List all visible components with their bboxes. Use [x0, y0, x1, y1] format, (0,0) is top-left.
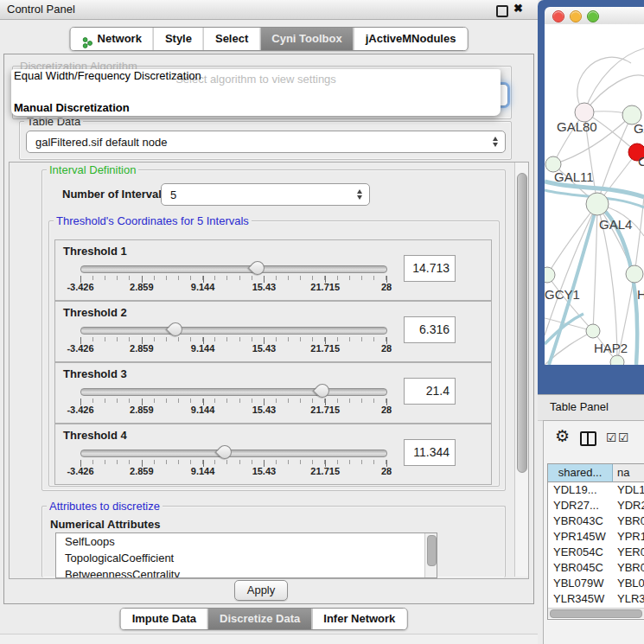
scale-label: 28 — [381, 405, 392, 415]
network-node-label: GAL11 — [554, 169, 594, 184]
list-scrollbar[interactable] — [424, 533, 437, 577]
table-data-combobox[interactable]: galFiltered.sif default node — [26, 131, 506, 153]
tab-cyni-toolbox[interactable]: Cyni Toolbox — [259, 28, 353, 50]
threshold-value-field[interactable]: 11.344 — [404, 439, 456, 466]
network-node-label: GA — [634, 121, 644, 136]
mac-close-button[interactable] — [552, 10, 564, 22]
popup-option-equal-width-frequency-discretization[interactable]: Equal Width/Frequency Discretization — [14, 69, 201, 82]
threshold-box-3: Threshold 3-3.4262.8599.14415.4321.71528… — [54, 362, 492, 424]
attribute-item-selfloops[interactable]: SelfLoops — [56, 533, 437, 550]
popup-option-manual-discretization[interactable]: Manual Discretization — [14, 101, 130, 114]
scale-label: 28 — [381, 343, 392, 354]
combo-arrows-icon[interactable] — [357, 189, 363, 200]
threshold-value-field[interactable]: 6.316 — [404, 316, 456, 343]
network-node[interactable] — [610, 355, 624, 365]
table-cell-name: YBR0 — [613, 513, 644, 529]
tab-select[interactable]: Select — [203, 28, 259, 50]
column-header-name[interactable]: na — [613, 464, 644, 482]
network-node[interactable] — [545, 267, 555, 283]
combo-arrows-icon[interactable] — [493, 137, 499, 147]
horizontal-scrollbar[interactable] — [548, 608, 644, 618]
table-cell-shared-name: YDR27... — [548, 498, 613, 513]
network-node[interactable] — [586, 193, 609, 215]
apply-button[interactable]: Apply — [234, 580, 288, 601]
checkbox-icon[interactable]: ☑ — [618, 430, 629, 444]
slider-track[interactable] — [80, 450, 387, 457]
slider-knob[interactable] — [247, 258, 267, 278]
discretization-algorithm-label: Discretization Algorithm — [17, 60, 140, 69]
slider-knob[interactable] — [215, 443, 235, 462]
attribute-item-betweennesscentrality[interactable]: BetweennessCentrality — [56, 566, 437, 578]
scale-label: 9.144 — [191, 343, 215, 354]
network-node-label: C — [638, 154, 644, 169]
table-row[interactable]: YPR145WYPR1 — [548, 529, 644, 545]
list-scrollbar-thumb[interactable] — [427, 535, 437, 566]
tab-jactivemnodules[interactable]: jActiveMNodules — [354, 28, 468, 50]
slider-knob[interactable] — [166, 320, 186, 340]
scale-label: 28 — [381, 466, 392, 476]
table-cell-name: YER0 — [613, 545, 644, 560]
scale-label: 15.43 — [252, 343, 277, 354]
scale-label: 15.43 — [252, 282, 277, 292]
mac-zoom-button[interactable] — [587, 10, 599, 22]
network-icon — [82, 34, 93, 45]
control-panel-titlebar: Control Panel ✖ — [0, 0, 538, 20]
network-node-label: HAP2 — [594, 341, 628, 355]
table-data-value: galFiltered.sif default node — [35, 136, 167, 149]
gear-icon[interactable]: ⚙ — [555, 428, 570, 444]
tab-impute-data[interactable]: Impute Data — [121, 609, 207, 629]
mac-minimize-button[interactable] — [570, 10, 582, 22]
network-node-label: GCY1 — [545, 287, 580, 302]
horizontal-scrollbar-thumb[interactable] — [550, 609, 642, 618]
slider-track[interactable] — [80, 265, 387, 273]
tab-discretize-data[interactable]: Discretize Data — [207, 609, 311, 629]
scrollbar-thumb[interactable] — [517, 173, 527, 473]
scale-label: 9.144 — [191, 466, 215, 476]
table-cell-shared-name: YER054C — [548, 545, 613, 560]
network-canvas[interactable]: GAL80GACGAL11GAL4GCY1HHAP2 — [545, 24, 644, 365]
threshold-value-field[interactable]: 14.713 — [404, 255, 456, 282]
network-graph — [545, 24, 644, 365]
network-window-titlebar[interactable] — [545, 7, 644, 25]
number-of-intervals-combobox[interactable]: 5 — [161, 183, 370, 206]
numerical-attributes-list[interactable]: SelfLoopsTopologicalCoefficientBetweenne… — [55, 532, 437, 578]
table-row[interactable]: YBL079WYBL0 — [548, 576, 644, 591]
slider-track[interactable] — [80, 327, 387, 335]
network-node[interactable] — [626, 265, 643, 283]
float-window-icon[interactable] — [496, 5, 508, 17]
split-panel-icon[interactable] — [580, 431, 596, 446]
threshold-label: Threshold 2 — [63, 306, 127, 319]
tab-style[interactable]: Style — [153, 28, 203, 50]
table-row[interactable]: YBR045CYBR0 — [548, 560, 644, 576]
close-icon[interactable]: ✖ — [513, 2, 523, 15]
scale-label: -3.426 — [67, 466, 93, 476]
threshold-box-1: Threshold 1-3.4262.8599.14415.4321.71528… — [54, 239, 492, 301]
table-cell-name: YDL1 — [613, 482, 644, 498]
threshold-box-4: Threshold 4-3.4262.8599.14415.4321.71528… — [54, 424, 492, 485]
slider-knob[interactable] — [313, 381, 333, 401]
numerical-attributes-label: Numerical Attributes — [50, 518, 160, 531]
network-nodes — [545, 103, 644, 365]
scale-label: -3.426 — [67, 343, 93, 354]
scale-label: 15.43 — [252, 466, 277, 476]
attribute-item-topologicalcoefficient[interactable]: TopologicalCoefficient — [56, 550, 437, 566]
scale-label: 21.715 — [310, 405, 340, 415]
table-row[interactable]: YBR043CYBR0 — [548, 513, 644, 529]
threshold-list: Threshold 1-3.4262.8599.14415.4321.71528… — [54, 235, 492, 484]
table-row[interactable]: YLR345WYLR3 — [548, 591, 644, 607]
table-row[interactable]: YDR27...YDR2 — [548, 498, 644, 513]
tab-infer-network[interactable]: Infer Network — [311, 609, 406, 629]
table-cell-shared-name: YPR145W — [548, 529, 613, 545]
table-row[interactable]: YER054CYER0 — [548, 545, 644, 560]
slider-track[interactable] — [80, 388, 387, 396]
threshold-value-field[interactable]: 21.4 — [404, 378, 456, 405]
number-of-intervals-value: 5 — [170, 188, 176, 201]
vertical-scrollbar[interactable] — [514, 163, 528, 577]
bottom-tab-bar: Impute DataDiscretize DataInfer Network — [120, 608, 408, 630]
checkbox-icon[interactable]: ☑ — [606, 430, 617, 444]
column-header-shared-name[interactable]: shared... — [548, 464, 613, 482]
table-row[interactable]: YDL19...YDL1 — [548, 482, 644, 498]
network-node[interactable] — [586, 324, 600, 338]
slider-ticks — [80, 460, 386, 464]
tab-network[interactable]: Network — [71, 28, 153, 50]
